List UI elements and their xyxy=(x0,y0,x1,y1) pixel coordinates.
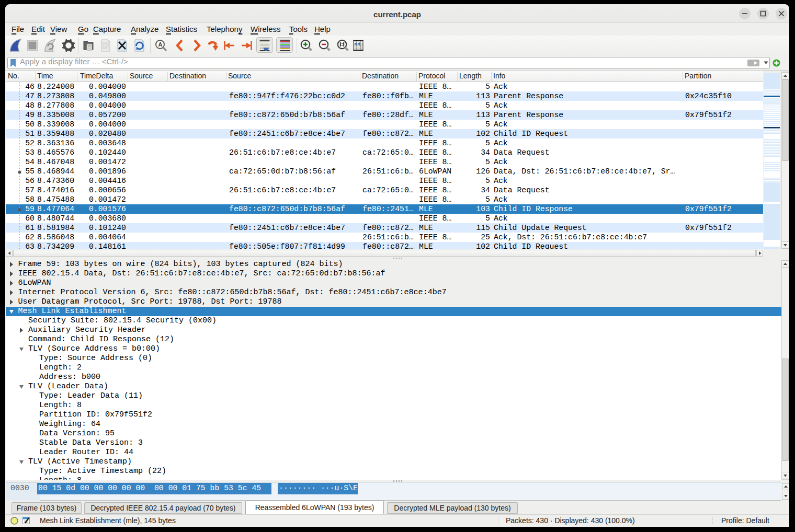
svg-text:A: A xyxy=(158,41,163,48)
svg-text:0011: 0011 xyxy=(103,47,109,50)
